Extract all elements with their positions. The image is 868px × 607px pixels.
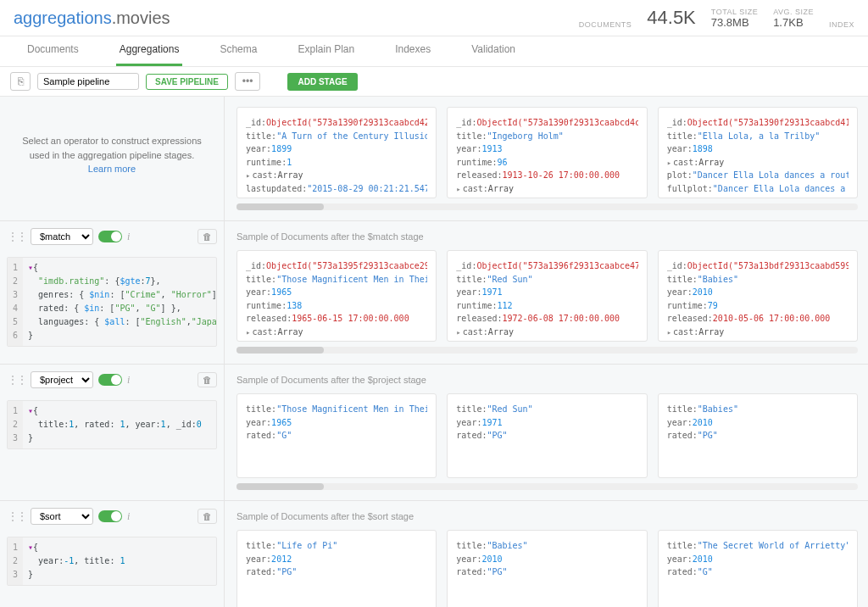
- stage-toggle[interactable]: [98, 510, 122, 522]
- project-cards: title:"Those Magnificent Men in Their Fl…: [236, 393, 858, 478]
- learn-more-link[interactable]: Learn more: [88, 164, 136, 174]
- collection-name: .movies: [112, 8, 170, 27]
- tab-validation[interactable]: Validation: [468, 36, 519, 66]
- stage-operator-select[interactable]: $project: [31, 371, 93, 388]
- save-pipeline-button[interactable]: SAVE PIPELINE: [146, 74, 228, 90]
- sample-label: Sample of Documents after the $match sta…: [236, 231, 858, 242]
- stage-operator-select[interactable]: $match: [31, 228, 93, 245]
- avg-size-value: 1.7KB: [773, 16, 814, 29]
- tab-bar: Documents Aggregations Schema Explain Pl…: [0, 36, 868, 67]
- delete-stage-button[interactable]: 🗑: [198, 229, 217, 244]
- pipeline-toolbar: ⎘ SAVE PIPELINE ••• ADD STAGE: [0, 67, 868, 97]
- intro-stage: Select an operator to construct expressi…: [0, 97, 868, 221]
- document-card[interactable]: title:"Red Sun"year:1971rated:"PG": [447, 393, 647, 478]
- scrollbar[interactable]: [236, 483, 858, 490]
- namespace-header: aggregations.movies DOCUMENTS 44.5k TOTA…: [0, 0, 868, 36]
- db-name[interactable]: aggregations: [14, 8, 112, 27]
- document-card[interactable]: _id:ObjectId("573a1390f29313caabcd41f0")…: [658, 107, 858, 198]
- avg-size-label: AVG. SIZE: [773, 8, 814, 16]
- total-size-value: 73.8MB: [711, 16, 758, 29]
- tab-aggregations[interactable]: Aggregations: [116, 36, 183, 66]
- delete-stage-button[interactable]: 🗑: [198, 372, 217, 387]
- document-card[interactable]: title:"Those Magnificent Men in Their Fl…: [236, 393, 437, 478]
- document-card[interactable]: _id:ObjectId("573a1390f29313caabcd4cf1")…: [447, 107, 647, 198]
- document-card[interactable]: _id:ObjectId("573a1395f29313caabce2999")…: [236, 250, 437, 342]
- tab-explain-plan[interactable]: Explain Plan: [294, 36, 358, 66]
- stage-operator-select[interactable]: $sort: [31, 508, 93, 525]
- document-card[interactable]: title:"Babies"year:2010rated:"PG": [447, 530, 647, 607]
- document-card[interactable]: title:"The Secret World of Arrietty"year…: [658, 530, 858, 607]
- grip-icon[interactable]: ⋮⋮: [7, 373, 25, 387]
- stage-editor[interactable]: 123456 ▾{ "imdb.rating": {$gte:7}, genre…: [7, 257, 217, 347]
- document-card[interactable]: title:"Life of Pi"year:2012rated:"PG": [236, 530, 437, 607]
- info-icon[interactable]: i: [127, 374, 130, 387]
- stage-toggle[interactable]: [98, 374, 122, 386]
- stage-match: ⋮⋮ $match i 🗑 123456 ▾{ "imdb.rating": {…: [0, 221, 868, 365]
- export-icon[interactable]: ⎘: [10, 72, 31, 91]
- sort-cards: title:"Life of Pi"year:2012rated:"PG"tit…: [236, 530, 858, 607]
- delete-stage-button[interactable]: 🗑: [198, 509, 217, 524]
- intro-cards: _id:ObjectId("573a1390f29313caabcd421c")…: [236, 107, 858, 198]
- sample-label: Sample of Documents after the $project s…: [236, 375, 858, 385]
- tab-documents[interactable]: Documents: [24, 36, 82, 66]
- tab-indexes[interactable]: Indexes: [392, 36, 434, 66]
- scrollbar[interactable]: [236, 203, 858, 210]
- stage-project: ⋮⋮ $project i 🗑 123 ▾{ title:1, rated: 1…: [0, 365, 868, 501]
- sample-label: Sample of Documents after the $sort stag…: [236, 511, 858, 521]
- index-label: INDEX: [829, 20, 854, 29]
- grip-icon[interactable]: ⋮⋮: [7, 230, 25, 243]
- add-stage-button[interactable]: ADD STAGE: [287, 73, 357, 91]
- tab-schema[interactable]: Schema: [216, 36, 260, 66]
- pipeline-name-input[interactable]: [37, 73, 139, 90]
- document-card[interactable]: title:"Babies"year:2010rated:"PG": [658, 393, 858, 478]
- scrollbar[interactable]: [236, 347, 858, 354]
- info-icon[interactable]: i: [127, 510, 130, 523]
- intro-hint: Select an operator to construct expressi…: [7, 103, 217, 207]
- stage-toggle[interactable]: [98, 231, 122, 242]
- more-options-button[interactable]: •••: [235, 72, 261, 91]
- stage-sort: ⋮⋮ $sort i 🗑 123 ▾{ year:-1, title: 1 } …: [0, 501, 868, 607]
- match-cards: _id:ObjectId("573a1395f29313caabce2999")…: [236, 250, 858, 342]
- stage-editor[interactable]: 123 ▾{ title:1, rated: 1, year:1, _id:0 …: [7, 400, 217, 449]
- stage-editor[interactable]: 123 ▾{ year:-1, title: 1 }: [7, 537, 217, 586]
- document-card[interactable]: _id:ObjectId("573a1390f29313caabcd421c")…: [236, 107, 437, 198]
- total-size-label: TOTAL SIZE: [711, 8, 758, 16]
- docs-count: 44.5k: [647, 7, 696, 29]
- docs-label: DOCUMENTS: [579, 20, 632, 29]
- document-card[interactable]: _id:ObjectId("573a13bdf29313caabd59987")…: [658, 250, 858, 342]
- info-icon[interactable]: i: [127, 231, 130, 243]
- document-card[interactable]: _id:ObjectId("573a1396f29313caabce476b")…: [447, 250, 647, 342]
- grip-icon[interactable]: ⋮⋮: [7, 510, 25, 523]
